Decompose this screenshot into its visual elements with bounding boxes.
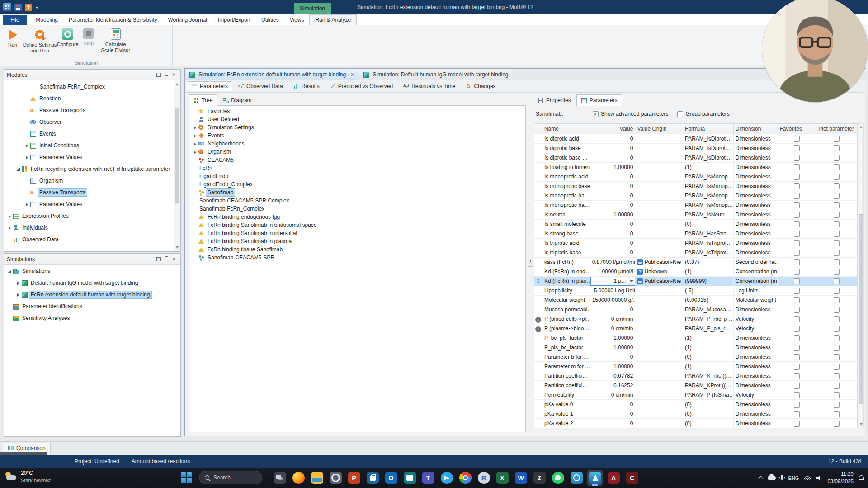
parameter-row-pka-value-2[interactable]: pKa value 20(0)Dimensionless xyxy=(534,419,857,428)
tree-item-ligandendo[interactable]: LigandEndo xyxy=(190,172,524,180)
tree-item-fcrn-extension-default-human-with-target-binding[interactable]: FcRn extension default human with target… xyxy=(5,289,180,300)
search-input[interactable]: Search xyxy=(199,471,262,484)
param-value[interactable]: 0.16252 xyxy=(590,381,636,390)
show-advanced-checkbox[interactable] xyxy=(593,111,599,117)
param-value[interactable]: 0 cm/min xyxy=(590,314,636,324)
favorite-checkbox[interactable] xyxy=(794,335,800,341)
modules-panel-header[interactable]: Modules × xyxy=(4,70,180,80)
favorite-checkbox[interactable] xyxy=(794,345,800,351)
expand-arrow-icon[interactable] xyxy=(192,125,198,131)
taskbar-app-excel[interactable]: X xyxy=(495,470,510,486)
favorite-checkbox[interactable] xyxy=(794,421,800,427)
scroll-down-icon[interactable] xyxy=(174,244,180,251)
parameter-row-kass-fcrn[interactable]: kass (FcRn)0.87000 l/µmol/minPublication… xyxy=(534,258,857,267)
taskbar-app-zotero[interactable]: Z xyxy=(532,470,547,486)
plot-parameter-checkbox[interactable] xyxy=(834,297,840,303)
volume-icon[interactable] xyxy=(816,475,822,481)
notifications-icon[interactable] xyxy=(859,475,864,481)
expand-arrow-icon[interactable] xyxy=(7,225,13,231)
value-editor[interactable]: 1 µ… xyxy=(590,277,636,286)
plot-parameter-checkbox[interactable] xyxy=(834,326,840,332)
parameter-row-is-monoprotic-acid[interactable]: Is monoprotic acid0PARAM_IsMonop…Dimensi… xyxy=(534,172,857,182)
parameter-row-partition-coeffici[interactable]: Partition coeffici…0.16252PARAM_KProt ((… xyxy=(534,381,857,390)
tree-item-fcrn[interactable]: FcRn xyxy=(190,164,524,172)
parameter-row-is-triprotic-base[interactable]: Is triprotic base0PARAM_IsTriprot…Dimens… xyxy=(534,248,857,258)
param-value[interactable]: 0 xyxy=(590,400,636,409)
tree-item-passive-transports[interactable]: Passive Transports xyxy=(5,104,174,116)
plot-parameter-checkbox[interactable] xyxy=(834,250,840,256)
tree-item-fcrn-binding-sanofimab-in-endosomal-space[interactable]: FcRn binding Sanofimab in endosomal spac… xyxy=(190,221,524,229)
document-tab[interactable]: Simulation: Default human IgG model with… xyxy=(359,69,513,80)
parameter-row-p-blood-cells-pl[interactable]: iP (blood cells->pl…0 cm/minPARAM_P_rbc_… xyxy=(534,314,857,324)
favorite-checkbox[interactable] xyxy=(794,145,800,151)
favorite-checkbox[interactable] xyxy=(794,354,800,360)
column-header-plot-parameter[interactable]: Plot parameter xyxy=(816,124,857,134)
float-window-icon[interactable] xyxy=(155,71,162,78)
tree-item-simulations[interactable]: Simulations xyxy=(5,265,180,277)
plot-parameter-checkbox[interactable] xyxy=(834,402,840,408)
taskbar-app-store[interactable] xyxy=(365,470,380,486)
menu-views[interactable]: Views xyxy=(284,14,310,25)
expand-arrow-icon[interactable] xyxy=(192,149,198,155)
plot-parameter-checkbox[interactable] xyxy=(834,221,840,227)
plot-parameter-checkbox[interactable] xyxy=(834,240,840,246)
param-value[interactable]: 0 xyxy=(590,144,636,153)
plot-parameter-checkbox[interactable] xyxy=(834,288,840,294)
table-scrollbar[interactable] xyxy=(858,123,864,428)
tree-item-sanofimab-fcrn-complex[interactable]: Sanofimab-FcRn_Complex xyxy=(5,81,174,93)
expand-arrow-icon[interactable] xyxy=(24,143,30,149)
tree-item-organism[interactable]: Organism xyxy=(190,148,524,156)
favorite-checkbox[interactable] xyxy=(794,364,800,370)
tree-item-ceacam5[interactable]: CEACAM5 xyxy=(190,156,524,164)
expand-arrow-icon[interactable] xyxy=(15,166,21,172)
parameter-row-pka-value-0[interactable]: pKa value 00(0)Dimensionless xyxy=(534,400,857,409)
microphone-icon[interactable] xyxy=(781,475,783,479)
column-header-favorites[interactable]: Favorites xyxy=(778,124,817,134)
favorite-checkbox[interactable] xyxy=(794,392,800,398)
tree-item-fcrn-recycling-extension-with-net-fcrn-uptake-parameter[interactable]: FcRn recycling extension with net FcRn u… xyxy=(5,163,174,175)
parameter-row-pka-value-1[interactable]: pKa value 10(0)Dimensionless xyxy=(534,409,857,419)
plot-parameter-checkbox[interactable] xyxy=(834,335,840,341)
taskbar-app-r-project[interactable]: R xyxy=(476,470,491,486)
tree-item-sanofimab-ceacam5-spr[interactable]: Sanofimab-CEACAM5-SPR xyxy=(190,253,524,262)
param-value[interactable]: 1.00000 xyxy=(590,163,636,172)
parameter-row-is-diprotic-base[interactable]: Is diprotic base …0PARAM_IsDiproti…Dimen… xyxy=(534,153,857,163)
parameter-row-is-diprotic-base[interactable]: Is diprotic base0PARAM_IsDiproti…Dimensi… xyxy=(534,144,857,153)
favorite-checkbox[interactable] xyxy=(794,193,800,199)
plot-parameter-checkbox[interactable] xyxy=(834,383,840,389)
scroll-up-icon[interactable] xyxy=(858,124,864,130)
param-value[interactable]: 0 cm/min xyxy=(590,324,636,333)
menu-modeling[interactable]: Modeling xyxy=(30,14,63,25)
taskbar-app-chrome[interactable] xyxy=(458,470,473,486)
tree-item-sanofimab-fcrn-complex[interactable]: Sanofimab-FcRn_Complex xyxy=(190,205,524,213)
parameter-row-is-monoprotic-ba[interactable]: Is monoprotic ba…0PARAM_IsMonop…Dimensio… xyxy=(534,201,857,210)
quick-access-dropdown-icon[interactable] xyxy=(35,7,39,9)
plot-parameter-checkbox[interactable] xyxy=(834,183,840,189)
simulations-panel-header[interactable]: Simulations × xyxy=(4,254,180,265)
param-value[interactable]: 1.00000 xyxy=(590,362,636,371)
plot-parameter-checkbox[interactable] xyxy=(834,392,840,398)
favorite-checkbox[interactable] xyxy=(794,212,800,218)
parameter-row-is-strong-base[interactable]: Is strong base0PARAM_HasStro…Dimensionle… xyxy=(534,229,857,239)
scrollbar-thumb[interactable] xyxy=(859,214,863,404)
menu-run-analyze[interactable]: Run & Analyze xyxy=(309,14,357,25)
parameter-row-kd-fcrn-in-end[interactable]: Kd (FcRn) in end…1.00000 µmol/l?Unknown(… xyxy=(534,267,857,277)
param-value[interactable]: 0 xyxy=(590,419,636,428)
tree-item-events[interactable]: Events xyxy=(5,128,174,140)
menu-utilities[interactable]: Utilities xyxy=(256,14,284,25)
tree-item-passive-transports[interactable]: Passive Transports xyxy=(5,187,174,198)
modules-scrollbar[interactable] xyxy=(174,81,180,251)
export-icon[interactable] xyxy=(25,4,32,11)
param-value[interactable]: 1.00000 µmol/l xyxy=(590,267,636,276)
param-value[interactable]: 1.00000 xyxy=(590,333,636,343)
expand-arrow-icon[interactable] xyxy=(7,213,13,219)
plot-parameter-checkbox[interactable] xyxy=(834,155,840,161)
menu-import-export[interactable]: Import/Export xyxy=(212,14,256,25)
param-value[interactable]: 0 cm/min xyxy=(590,390,636,399)
group-parameters-checkbox[interactable] xyxy=(677,111,683,117)
tree-item-initial-conditions[interactable]: Initial Conditions xyxy=(5,140,174,151)
favorite-checkbox[interactable] xyxy=(794,202,800,208)
view-tab-residuals-vs-time[interactable]: Residuals vs Time xyxy=(398,81,460,91)
configure-button[interactable]: Configure xyxy=(57,26,79,47)
view-tab-results[interactable]: Results xyxy=(288,81,324,91)
